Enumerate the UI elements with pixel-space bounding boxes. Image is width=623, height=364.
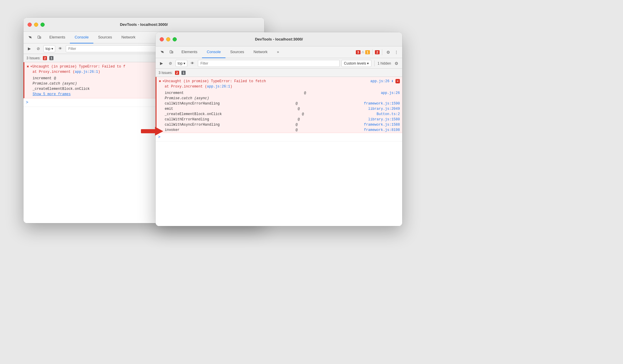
custom-levels-button-front[interactable]: Custom levels ▾ <box>341 60 371 67</box>
maximize-button-back[interactable] <box>41 23 45 27</box>
stack-row-emit-front: emit @ library.js:2049 <box>156 106 402 112</box>
tab-console-back[interactable]: Console <box>70 32 93 43</box>
traffic-lights-front <box>160 37 177 41</box>
tab-console-front[interactable]: Console <box>202 46 225 58</box>
close-button-front[interactable] <box>160 37 164 41</box>
error-appjs-link-front[interactable]: app.js:26 <box>371 79 390 83</box>
error-count-badge-front: 3 <box>356 50 361 54</box>
stack-file-library2049-front[interactable]: library.js:2049 <box>368 107 400 111</box>
msg-badge-front: 1 <box>181 71 186 75</box>
arrow-shape <box>141 126 164 135</box>
issues-bar-front: 3 Issues: 2 1 <box>156 69 402 77</box>
tab-more-front[interactable]: » <box>272 46 284 58</box>
red-count-badge-front: 2 <box>375 50 380 54</box>
devtools-window-front: DevTools - localhost:3000/ Elements Cons… <box>156 32 402 226</box>
error-message-back: ▾Uncaught (in promise) TypeError: Failed… <box>30 64 125 75</box>
block-icon-front[interactable]: ⊘ <box>167 60 174 67</box>
device-icon-front[interactable] <box>167 48 176 56</box>
stack-file-framework8198-front[interactable]: framework.js:8198 <box>364 128 400 132</box>
play-icon-front[interactable]: ▶ <box>158 60 165 67</box>
stack-row-callasync1-front: callWithAsyncErrorHandling @ framework.j… <box>156 101 402 106</box>
stack-row-invoker-front: invoker @ framework.js:8198 <box>156 127 402 133</box>
error-file-link-back[interactable]: app.js:26:1 <box>75 70 98 74</box>
error-badge-front: 2 <box>175 71 179 75</box>
stack-row-callerror-front: callWithErrorHandling @ library.js:1580 <box>156 117 402 122</box>
context-select-back[interactable]: top ▾ <box>43 45 55 52</box>
titlebar-front: DevTools - localhost:3000/ <box>156 32 402 46</box>
hidden-count-front: 1 hidden <box>378 61 391 65</box>
stack-row-onclick-front: _createElementBlock.onClick @ Button.ts:… <box>156 112 402 117</box>
more-icon-front[interactable]: ⋮ <box>393 49 400 56</box>
tab-network-front[interactable]: Network <box>249 46 272 58</box>
stack-row-callasync2-front: callWithAsyncErrorHandling @ framework.j… <box>156 122 402 127</box>
titlebar-back: DevTools - localhost:3000/ <box>23 18 264 32</box>
stack-file-framework1588-front[interactable]: framework.js:1588 <box>364 123 400 127</box>
context-select-front[interactable]: top ▾ <box>176 60 187 67</box>
close-button-back[interactable] <box>28 23 32 27</box>
window-title-front: DevTools - localhost:3000/ <box>255 37 303 41</box>
arrow-head <box>155 127 163 136</box>
stack-row-promise-front: Promise.catch (async) <box>156 96 402 101</box>
svg-rect-0 <box>38 36 40 38</box>
separator-3-front <box>374 60 375 66</box>
arrow-container <box>141 126 164 135</box>
play-icon-back[interactable]: ▶ <box>26 45 33 52</box>
error-message-front: ▾Uncaught (in promise) TypeError: Failed… <box>162 79 369 89</box>
issues-badge-group-front: 3 ⚠ 1 2 <box>356 49 380 55</box>
eye-icon-front[interactable]: 👁 <box>189 60 196 67</box>
block-icon-back[interactable]: ⊘ <box>35 45 42 52</box>
tab-network-back[interactable]: Network <box>117 32 140 43</box>
arrow-shaft <box>141 129 157 133</box>
minimize-button-back[interactable] <box>34 23 38 27</box>
svg-rect-1 <box>40 37 41 38</box>
stack-file-library1580-front[interactable]: library.js:1580 <box>368 117 400 122</box>
tab-elements-front[interactable]: Elements <box>177 46 202 58</box>
msg-badge-back: 1 <box>49 56 53 60</box>
error-entry-front: ✖ ▾Uncaught (in promise) TypeError: Fail… <box>156 77 402 133</box>
separator-1-front <box>372 49 373 55</box>
tab-bar-front: Elements Console Sources Network » <box>177 46 355 58</box>
close-error-btn-front[interactable]: ✕ <box>395 79 400 83</box>
error-header-front: ✖ ▾Uncaught (in promise) TypeError: Fail… <box>156 77 402 90</box>
error-icon-front: ✖ <box>159 79 161 84</box>
eye-icon-back[interactable]: 👁 <box>57 45 64 52</box>
toolbar-right-front: 3 ⚠ 1 2 ⚙ ⋮ <box>356 49 400 56</box>
tab-elements-back[interactable]: Elements <box>45 32 70 43</box>
console-toolbar-front: ▶ ⊘ top ▾ 👁 Custom levels ▾ 1 hidden ⚙ <box>156 58 402 69</box>
minimize-button-front[interactable] <box>166 37 170 41</box>
error-file-link-front[interactable]: app.js:26:1 <box>207 85 230 89</box>
settings-icon-front[interactable]: ⚙ <box>385 49 392 56</box>
warn-count-badge-front: 1 <box>365 50 370 54</box>
stack-row-increment-front: increment @ app.js:26 <box>156 90 402 96</box>
stack-file-button-front[interactable]: Button.ts:2 <box>377 112 400 116</box>
console-prompt-front: > <box>156 133 402 141</box>
maximize-button-front[interactable] <box>173 37 177 41</box>
stack-file-framework1590-front[interactable]: framework.js:1590 <box>364 102 400 106</box>
svg-rect-3 <box>172 51 173 53</box>
console-settings-icon-front[interactable]: ⚙ <box>393 60 400 67</box>
tab-sources-back[interactable]: Sources <box>93 32 117 43</box>
cursor-icon-back[interactable] <box>26 33 34 42</box>
error-icon-back: ✖ <box>27 64 29 69</box>
cursor-icon-front[interactable] <box>158 48 166 56</box>
svg-rect-2 <box>170 50 172 53</box>
console-content-front: ✖ ▾Uncaught (in promise) TypeError: Fail… <box>156 77 402 226</box>
separator-2-front <box>382 49 382 55</box>
stack-file-appjs-front[interactable]: app.js:26 <box>381 91 400 95</box>
download-icon-front[interactable]: ⬇ <box>391 79 393 84</box>
tabs-toolbar-front: Elements Console Sources Network » 3 ⚠ <box>156 46 402 58</box>
traffic-lights-back <box>28 23 45 27</box>
filter-input-front[interactable] <box>198 60 340 67</box>
device-icon-back[interactable] <box>35 33 43 42</box>
window-title-back: DevTools - localhost:3000/ <box>120 22 168 27</box>
prompt-icon-front[interactable]: > <box>156 133 402 141</box>
error-actions-front: app.js:26 ⬇ ✕ <box>371 79 400 84</box>
error-badge-back: 2 <box>43 56 47 60</box>
tab-sources-front[interactable]: Sources <box>225 46 249 58</box>
